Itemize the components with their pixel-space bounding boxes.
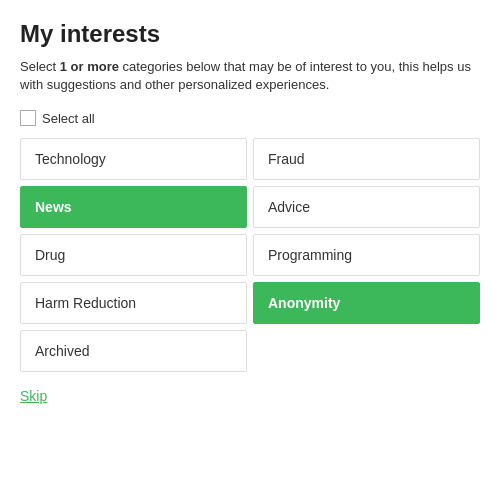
category-item-fraud[interactable]: Fraud: [253, 138, 480, 180]
category-item-anonymity[interactable]: Anonymity: [253, 282, 480, 324]
category-item-archived[interactable]: Archived: [20, 330, 247, 372]
subtitle: Select 1 or more categories below that m…: [20, 58, 480, 94]
category-item-news[interactable]: News: [20, 186, 247, 228]
category-item-programming[interactable]: Programming: [253, 234, 480, 276]
category-item-harm-reduction[interactable]: Harm Reduction: [20, 282, 247, 324]
select-all-label[interactable]: Select all: [42, 111, 95, 126]
select-all-checkbox[interactable]: [20, 110, 36, 126]
skip-link[interactable]: Skip: [20, 388, 47, 404]
page-title: My interests: [20, 20, 480, 48]
category-item-advice[interactable]: Advice: [253, 186, 480, 228]
category-item-drug[interactable]: Drug: [20, 234, 247, 276]
category-item-technology[interactable]: Technology: [20, 138, 247, 180]
select-all-row: Select all: [20, 110, 480, 126]
categories-grid: TechnologyFraudNewsAdviceDrugProgramming…: [20, 138, 480, 372]
